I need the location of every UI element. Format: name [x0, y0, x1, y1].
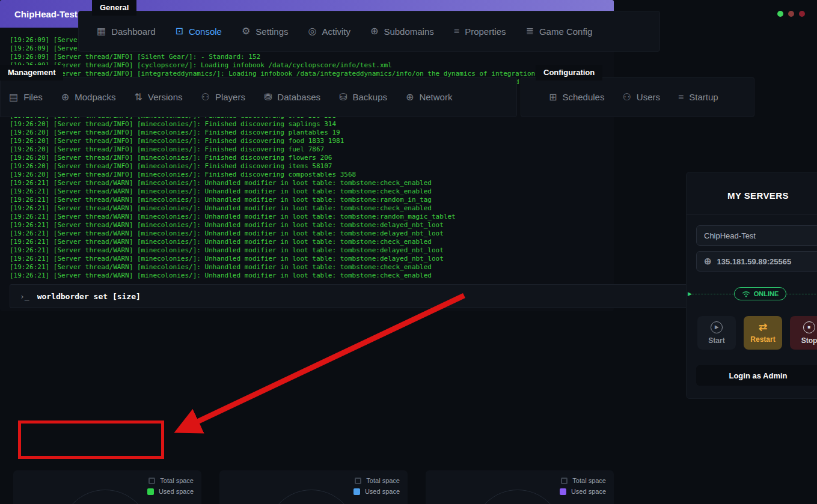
nav-item-dashboard[interactable]: ▦ Dashboard [97, 26, 156, 37]
restart-label: Restart [750, 335, 775, 344]
console-log[interactable]: [19:26:09] [Server thread/INFO] [Silent … [0, 28, 614, 280]
legend-total-row: Total space [561, 477, 606, 484]
nav-label-startup: Startup [689, 92, 718, 102]
log-line: [19:26:21] [Server thread/WARN] [minecol… [10, 238, 604, 246]
start-label: Start [708, 336, 724, 345]
nav-label-console: Console [189, 26, 222, 37]
nav-item-activity[interactable]: ◎ Activity [308, 26, 350, 37]
donut-chart [60, 490, 150, 504]
nav-item-network[interactable]: ⊕ Network [406, 92, 452, 102]
log-line: [19:26:20] [Server thread/INFO] [minecol… [10, 154, 604, 162]
players-icon: ⚇ [201, 93, 210, 102]
total-space-swatch [148, 478, 155, 484]
dashed-line [692, 294, 734, 294]
restart-button[interactable]: ⇄ Restart [744, 316, 782, 350]
log-line: [19:26:21] [Server thread/WARN] [minecol… [10, 272, 604, 280]
nav-item-databases[interactable]: ⛃ Databases [264, 92, 320, 102]
users-icon: ⚇ [622, 93, 631, 102]
management-nav-panel: ▤ Files ⊕ Modpacks ⇅ Versions ⚇ Players … [0, 77, 517, 117]
server-name-item[interactable]: ChipHead-Test [696, 225, 817, 246]
nav-label-game-config: Game Config [539, 26, 592, 37]
general-nav-panel: ▦ Dashboard ⊡ Console ⚙ Settings ◎ Activ… [78, 11, 660, 52]
nav-label-activity: Activity [322, 26, 350, 37]
nav-item-modpacks[interactable]: ⊕ Modpacks [61, 92, 116, 102]
login-as-admin-button[interactable]: Login as Admin [696, 365, 817, 386]
nav-label-settings: Settings [256, 26, 288, 37]
nav-item-subdomains[interactable]: ⊕ Subdomains [370, 26, 434, 37]
nav-label-databases: Databases [277, 92, 320, 102]
nav-item-game-config[interactable]: ≣ Game Config [526, 26, 593, 37]
log-line: [19:26:20] [Server thread/INFO] [minecol… [10, 129, 604, 137]
log-line: [19:26:20] [Server thread/INFO] [minecol… [10, 145, 604, 154]
server-title: ChipHead-Test [14, 9, 78, 19]
server-address-label: 135.181.59.89:25565 [717, 257, 792, 266]
disk-card-1: Total space Used space [13, 470, 201, 504]
general-section-label: General [92, 0, 136, 16]
log-line: [19:26:20] [Server thread/INFO] [minecol… [10, 162, 604, 171]
nav-item-startup[interactable]: ≡ Startup [678, 92, 718, 102]
prompt-icon: ›_ [20, 292, 29, 301]
configuration-nav: ⊞ Schedules ⚇ Users ≡ Startup [521, 77, 754, 117]
legend-used-row: Used space [353, 488, 400, 495]
server-name-label: ChipHead-Test [704, 231, 756, 240]
management-section-label: Management [0, 65, 63, 80]
log-line: [19:26:21] [Server thread/WARN] [minecol… [10, 255, 604, 263]
nav-label-subdomains: Subdomains [384, 26, 433, 37]
nav-item-backups[interactable]: ⛁ Backups [339, 92, 387, 102]
sliders-icon: ≡ [454, 26, 459, 36]
nav-item-schedules[interactable]: ⊞ Schedules [549, 92, 604, 102]
used-space-swatch [560, 488, 566, 495]
command-bar[interactable]: ›_ [10, 284, 614, 308]
server-address-item[interactable]: ⊕ 135.181.59.89:25565 [696, 251, 817, 272]
nav-label-backups: Backups [352, 92, 387, 102]
stop-button[interactable]: ■ Stop [790, 316, 817, 350]
nav-item-files[interactable]: ▤ Files [9, 92, 43, 102]
nav-item-settings[interactable]: ⚙ Settings [242, 26, 289, 37]
status-row: ▶ ONLINE [687, 287, 817, 300]
disk-card-3: Total space Used space [426, 470, 614, 504]
general-nav: ▦ Dashboard ⊡ Console ⚙ Settings ◎ Activ… [79, 11, 659, 51]
log-line: [19:26:21] [Server thread/WARN] [minecol… [10, 187, 604, 196]
files-icon: ▤ [9, 93, 18, 102]
used-space-swatch [353, 488, 360, 495]
used-space-label: Used space [365, 488, 400, 495]
restart-arrows-icon: ⇄ [759, 322, 767, 332]
stop-icon: ■ [803, 321, 815, 333]
nav-label-files: Files [23, 92, 43, 102]
donut-chart [473, 490, 563, 504]
total-space-swatch [355, 478, 361, 484]
log-line: [19:26:21] [Server thread/WARN] [minecol… [10, 229, 604, 238]
nav-item-properties[interactable]: ≡ Properties [454, 26, 506, 37]
nav-label-players: Players [215, 92, 245, 102]
legend-used-row: Used space [560, 488, 606, 495]
nav-label-properties: Properties [465, 26, 506, 37]
nav-item-console[interactable]: ⊡ Console [176, 26, 222, 37]
database-icon: ⛃ [264, 93, 272, 102]
log-line: [19:26:21] [Server thread/WARN] [minecol… [10, 263, 604, 272]
status-label: ONLINE [754, 290, 779, 297]
annotation-highlight-rect [18, 421, 164, 459]
log-line: [19:26:20] [Server thread/INFO] [minecol… [10, 137, 604, 145]
start-button[interactable]: ▶ Start [697, 316, 736, 350]
game-config-icon: ≣ [526, 26, 534, 36]
modpacks-globe-icon: ⊕ [61, 93, 69, 102]
nav-item-players[interactable]: ⚇ Players [201, 92, 245, 102]
nav-item-users[interactable]: ⚇ Users [622, 92, 660, 102]
configuration-section-label: Configuration [536, 65, 602, 80]
log-line: [19:26:21] [Server thread/WARN] [minecol… [10, 221, 604, 229]
nav-item-versions[interactable]: ⇅ Versions [135, 92, 183, 102]
globe-icon: ⊕ [704, 256, 712, 267]
nav-label-modpacks: Modpacks [75, 92, 115, 102]
total-space-swatch [561, 478, 568, 484]
disk-legend: Total space Used space [147, 477, 194, 495]
calendar-icon: ⊞ [549, 93, 557, 102]
command-input[interactable] [37, 292, 614, 301]
log-line: [19:26:20] [Server thread/INFO] [minecol… [10, 171, 604, 179]
wifi-icon [742, 291, 750, 297]
status-badge: ONLINE [734, 287, 787, 300]
nav-label-dashboard: Dashboard [111, 26, 155, 37]
network-globe-icon: ⊕ [406, 93, 414, 102]
total-space-label: Total space [366, 477, 400, 484]
settings-gear-icon: ⚙ [242, 26, 250, 36]
server-panel-page: ▦ Dashboard ⊡ Console ⚙ Settings ◎ Activ… [0, 0, 817, 504]
